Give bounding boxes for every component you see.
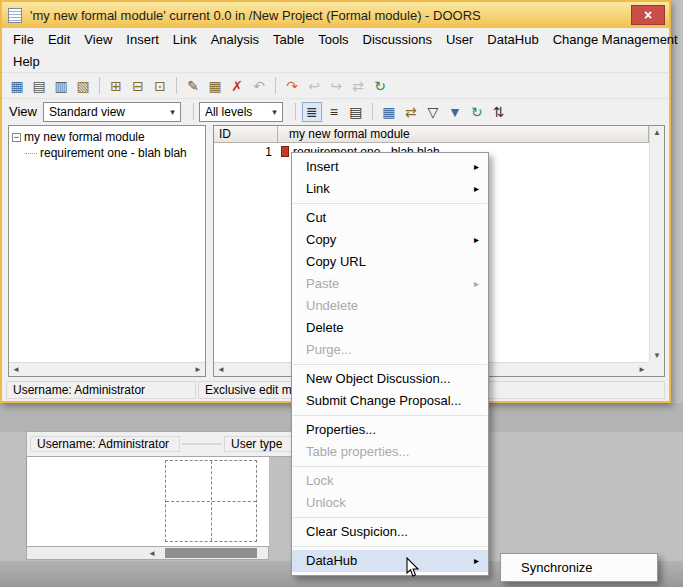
context-menu-item-delete[interactable]: Delete — [292, 317, 488, 339]
save-icon[interactable]: ▦ — [7, 76, 27, 96]
change-marker-icon — [281, 146, 289, 157]
new-child-object-icon[interactable]: ⊟ — [128, 76, 148, 96]
menu-datahub[interactable]: DataHub — [480, 30, 545, 49]
view-label: View — [9, 104, 37, 119]
menu-edit[interactable]: Edit — [41, 30, 77, 49]
make-link-icon[interactable]: ↷ — [282, 76, 302, 96]
advanced-filter-icon[interactable]: ▼ — [445, 102, 465, 122]
context-menu-item-paste[interactable]: Paste▸ — [292, 273, 488, 295]
context-menu-separator — [293, 415, 487, 416]
view-selector-value: Standard view — [49, 105, 165, 119]
filter-icon[interactable]: ▽ — [423, 102, 443, 122]
compress-icon[interactable]: ▤ — [346, 102, 366, 122]
grid-line — [166, 501, 256, 502]
context-menu-item-insert[interactable]: Insert▸ — [292, 156, 488, 178]
context-menu-item-lock[interactable]: Lock — [292, 470, 488, 492]
new-table-icon[interactable]: ⊡ — [150, 76, 170, 96]
menu-discussions[interactable]: Discussions — [356, 30, 439, 49]
close-button[interactable]: × — [631, 5, 665, 25]
context-menu-item-label: Unlock — [306, 495, 346, 510]
context-menu-item-label: Clear Suspicion... — [306, 524, 408, 539]
submenu-arrow-icon: ▸ — [474, 156, 479, 178]
column-header-id[interactable]: ID — [214, 126, 278, 143]
outline-icon[interactable]: ≡ — [324, 102, 344, 122]
print-preview-icon[interactable]: ▥ — [51, 76, 71, 96]
context-menu-item-label: Submit Change Proposal... — [306, 393, 461, 408]
context-menu-item-unlock[interactable]: Unlock — [292, 492, 488, 514]
row-id-cell: 1 — [214, 145, 278, 159]
show-links-icon[interactable]: ⇄ — [401, 102, 421, 122]
all-levels-icon[interactable]: ≣ — [302, 102, 322, 122]
find-icon[interactable]: ▧ — [73, 76, 93, 96]
tree-child-item[interactable]: requirement one - blah blah — [25, 145, 203, 161]
scroll-right-arrow[interactable]: ► — [191, 363, 205, 376]
column-header-main[interactable]: my new formal module — [278, 126, 649, 143]
tree-collapse-icon[interactable]: − — [12, 133, 21, 142]
context-menu-item-label: Properties... — [306, 422, 376, 437]
sort-icon[interactable]: ⇅ — [489, 102, 509, 122]
menu-view[interactable]: View — [77, 30, 119, 49]
menu-file[interactable]: File — [6, 30, 41, 49]
scrollbar-thumb[interactable] — [165, 548, 257, 558]
menu-link[interactable]: Link — [166, 30, 204, 49]
tree-child-label: requirement one - blah blah — [40, 146, 187, 160]
scroll-left-arrow[interactable]: ◄ — [214, 363, 228, 376]
scroll-left-arrow[interactable]: ◄ — [145, 547, 159, 560]
context-menu-item-label: Cut — [306, 210, 326, 225]
view-selector[interactable]: Standard view ▾ — [43, 102, 181, 122]
context-menu-item-copy[interactable]: Copy▸ — [292, 229, 488, 251]
context-menu-item-label: DataHub — [306, 553, 357, 568]
background-scrollbar[interactable]: ◄ — [26, 546, 269, 560]
menu-help[interactable]: Help — [6, 52, 47, 71]
scroll-up-arrow[interactable]: ▲ — [650, 126, 664, 139]
context-menu-item-datahub[interactable]: DataHub▸ — [292, 550, 488, 572]
menu-change-management[interactable]: Change Management — [546, 30, 683, 49]
context-menu-separator — [293, 546, 487, 547]
edit-object-icon[interactable]: ✎ — [183, 76, 203, 96]
delete-object-icon[interactable]: ✗ — [227, 76, 247, 96]
context-menu-item-purge[interactable]: Purge... — [292, 339, 488, 361]
insert-table-icon[interactable]: ▦ — [205, 76, 225, 96]
refresh-view-icon[interactable]: ↻ — [467, 102, 487, 122]
context-menu-item-table-properties[interactable]: Table properties... — [292, 441, 488, 463]
menu-user[interactable]: User — [439, 30, 480, 49]
scroll-right-arrow[interactable]: ► — [635, 363, 649, 376]
tree-horizontal-scrollbar[interactable]: ◄ ► — [9, 362, 205, 376]
refresh-icon[interactable]: ↻ — [370, 76, 390, 96]
scroll-left-arrow[interactable]: ◄ — [9, 363, 23, 376]
level-selector[interactable]: All levels ▾ — [199, 102, 283, 122]
context-menu-item-label: Link — [306, 181, 330, 196]
scroll-down-arrow[interactable]: ▼ — [650, 349, 664, 362]
undelete-object-icon[interactable]: ↶ — [249, 76, 269, 96]
level-selector-value: All levels — [205, 105, 267, 119]
context-menu-item-label: Insert — [306, 159, 339, 174]
context-menu-item-copy-url[interactable]: Copy URL — [292, 251, 488, 273]
toolbar-separator — [372, 103, 373, 120]
context-menu-item-submit-change-proposal[interactable]: Submit Change Proposal... — [292, 390, 488, 412]
context-menu-separator — [293, 466, 487, 467]
context-menu-separator — [293, 517, 487, 518]
submenu-item-synchronize[interactable]: Synchronize — [501, 556, 657, 579]
menu-insert[interactable]: Insert — [119, 30, 166, 49]
context-menu-item-label: New Object Discussion... — [306, 371, 451, 386]
context-menu-item-undelete[interactable]: Undelete — [292, 295, 488, 317]
scrollbar-corner — [649, 362, 664, 376]
follow-link-icon[interactable]: ⇄ — [348, 76, 368, 96]
out-links-icon[interactable]: ↪ — [326, 76, 346, 96]
menu-tools[interactable]: Tools — [311, 30, 355, 49]
menu-table[interactable]: Table — [266, 30, 311, 49]
context-menu-item-link[interactable]: Link▸ — [292, 178, 488, 200]
submenu-arrow-icon: ▸ — [474, 550, 479, 572]
show-graphics-icon[interactable]: ▦ — [379, 102, 399, 122]
new-object-icon[interactable]: ⊞ — [106, 76, 126, 96]
in-links-icon[interactable]: ↩ — [304, 76, 324, 96]
print-icon[interactable]: ▤ — [29, 76, 49, 96]
context-menu-item-clear-suspicion[interactable]: Clear Suspicion... — [292, 521, 488, 543]
menu-analysis[interactable]: Analysis — [204, 30, 266, 49]
context-menu-item-new-object-discussion[interactable]: New Object Discussion... — [292, 368, 488, 390]
context-menu-item-cut[interactable]: Cut — [292, 207, 488, 229]
tree-root-item[interactable]: − my new formal module — [11, 129, 203, 145]
context-menu-item-properties[interactable]: Properties... — [292, 419, 488, 441]
grid-vertical-scrollbar[interactable]: ▲ ▼ — [649, 126, 664, 362]
context-menu-item-label: Paste — [306, 276, 339, 291]
